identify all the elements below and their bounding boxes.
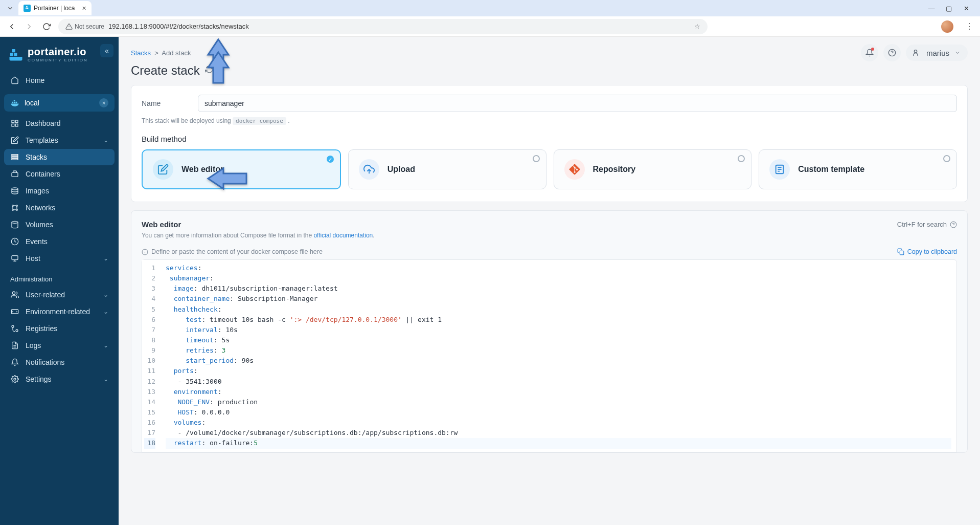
sidebar-item-dashboard[interactable]: Dashboard — [4, 115, 115, 132]
name-label: Name — [142, 99, 188, 107]
bell-icon — [865, 49, 874, 57]
build-method-label: Build method — [142, 135, 957, 143]
sidebar-item-registries[interactable]: Registries — [4, 320, 115, 337]
edit-icon — [153, 159, 173, 180]
settings-icon — [10, 375, 19, 383]
sidebar-item-home[interactable]: Home — [4, 72, 115, 89]
breadcrumb: Stacks > Add stack — [131, 49, 191, 57]
environment-selector[interactable]: local × — [4, 94, 115, 112]
portainer-logo-icon — [8, 47, 24, 62]
radio-selected-icon: ✓ — [327, 156, 334, 163]
sidebar-item-containers[interactable]: Containers — [4, 166, 115, 182]
svg-rect-19 — [12, 159, 18, 160]
build-method-custom-template[interactable]: Custom template — [759, 149, 957, 189]
sidebar-item-settings[interactable]: Settings⌄ — [4, 371, 115, 387]
radio-icon — [943, 155, 950, 162]
svg-rect-1 — [26, 8, 27, 9]
sidebar-item-environment-related[interactable]: Environment-related⌄ — [4, 303, 115, 320]
sidebar-item-stacks[interactable]: Stacks — [4, 149, 115, 165]
nav-back-icon[interactable] — [6, 22, 17, 31]
svg-point-23 — [16, 205, 18, 207]
annotation-arrow-webeditor — [206, 161, 257, 199]
build-method-repository[interactable]: Repository — [554, 149, 752, 189]
tab-close-icon[interactable]: × — [82, 4, 86, 12]
svg-point-25 — [16, 209, 18, 211]
svg-point-39 — [14, 378, 16, 380]
sidebar-collapse-button[interactable]: « — [100, 44, 113, 57]
url-text: 192.168.1.18:9000/#!/2/docker/stacks/new… — [108, 23, 249, 30]
templates-icon — [10, 136, 19, 144]
svg-point-36 — [16, 330, 18, 332]
radio-icon — [738, 155, 745, 162]
chevron-down-icon: ⌄ — [103, 255, 108, 262]
copy-to-clipboard-button[interactable]: Copy to clipboard — [897, 248, 957, 255]
svg-rect-3 — [26, 6, 27, 7]
environment-related-icon — [10, 308, 19, 316]
browser-tab[interactable]: Portainer | loca × — [18, 1, 92, 15]
sidebar: portainer.io COMMUNITY EDITION « Home lo… — [0, 37, 119, 525]
svg-rect-28 — [12, 256, 18, 260]
browser-menu-icon[interactable]: ⋮ — [965, 21, 974, 31]
window-close-icon[interactable]: ✕ — [963, 5, 970, 12]
help-icon — [888, 49, 896, 57]
radio-icon — [533, 155, 540, 162]
nav-forward-icon[interactable] — [24, 22, 35, 31]
svg-rect-8 — [12, 49, 15, 52]
url-field[interactable]: Not secure 192.168.1.18:9000/#!/2/docker… — [58, 19, 708, 34]
svg-rect-9 — [12, 102, 13, 103]
sidebar-item-logs[interactable]: Logs⌄ — [4, 337, 115, 354]
svg-point-26 — [12, 221, 18, 223]
bookmark-star-icon[interactable]: ☆ — [694, 23, 700, 30]
svg-rect-20 — [12, 172, 18, 177]
brand-logo[interactable]: portainer.io COMMUNITY EDITION — [4, 43, 115, 72]
compose-editor[interactable]: 123456789101112131415161718 services: su… — [142, 259, 957, 452]
sidebar-item-events[interactable]: Events — [4, 233, 115, 250]
registries-icon — [10, 324, 19, 333]
tabs-dropdown-icon[interactable] — [4, 2, 16, 14]
svg-point-24 — [12, 209, 14, 211]
user-menu[interactable]: marius — [906, 45, 968, 61]
window-maximize-icon[interactable]: ▢ — [945, 5, 952, 12]
svg-rect-18 — [12, 157, 18, 158]
compose-docs-link[interactable]: official documentation — [313, 232, 373, 239]
editor-content[interactable]: services: submanager: image: dh1011/subs… — [161, 260, 956, 452]
sidebar-item-templates[interactable]: Templates⌄ — [4, 132, 115, 148]
copy-icon — [897, 248, 904, 255]
window-minimize-icon[interactable]: — — [928, 5, 935, 12]
stack-name-input[interactable] — [198, 95, 957, 112]
info-icon — [142, 249, 148, 255]
build-method-upload[interactable]: Upload — [348, 149, 546, 189]
sidebar-item-host[interactable]: Host⌄ — [4, 250, 115, 267]
brand-name: portainer.io — [28, 46, 88, 58]
svg-rect-11 — [16, 102, 17, 103]
annotation-arrow-name — [200, 37, 236, 90]
sidebar-item-volumes[interactable]: Volumes — [4, 216, 115, 233]
nav-reload-icon[interactable] — [41, 23, 52, 31]
sidebar-item-notifications[interactable]: Notifications — [4, 354, 115, 370]
not-secure-badge[interactable]: Not secure — [65, 23, 104, 30]
window-controls: — ▢ ✕ — [928, 5, 976, 12]
breadcrumb-stacks-link[interactable]: Stacks — [131, 49, 151, 57]
sidebar-item-user-related[interactable]: User-related⌄ — [4, 287, 115, 303]
logs-icon — [10, 341, 19, 349]
svg-point-31 — [12, 292, 15, 294]
sidebar-item-images[interactable]: Images — [4, 183, 115, 199]
notifications-icon — [10, 358, 19, 366]
svg-rect-2 — [27, 8, 28, 9]
help-button[interactable] — [883, 44, 901, 61]
environment-close-icon[interactable]: × — [99, 98, 108, 107]
svg-rect-10 — [14, 102, 15, 103]
browser-tab-strip: Portainer | loca × — ▢ ✕ — [0, 0, 980, 16]
svg-point-22 — [12, 205, 14, 207]
profile-avatar-icon[interactable] — [941, 20, 953, 33]
svg-rect-16 — [15, 124, 18, 126]
networks-icon — [10, 204, 19, 212]
editor-search-hint: Ctrl+F for search — [897, 221, 957, 228]
editor-gutter: 123456789101112131415161718 — [142, 260, 161, 452]
home-icon — [10, 76, 19, 84]
containers-icon — [10, 170, 19, 178]
editor-subtitle: You can get more information about Compo… — [142, 232, 957, 239]
chevron-down-icon: ⌄ — [103, 291, 108, 298]
sidebar-item-networks[interactable]: Networks — [4, 200, 115, 216]
notifications-button[interactable] — [861, 44, 878, 61]
